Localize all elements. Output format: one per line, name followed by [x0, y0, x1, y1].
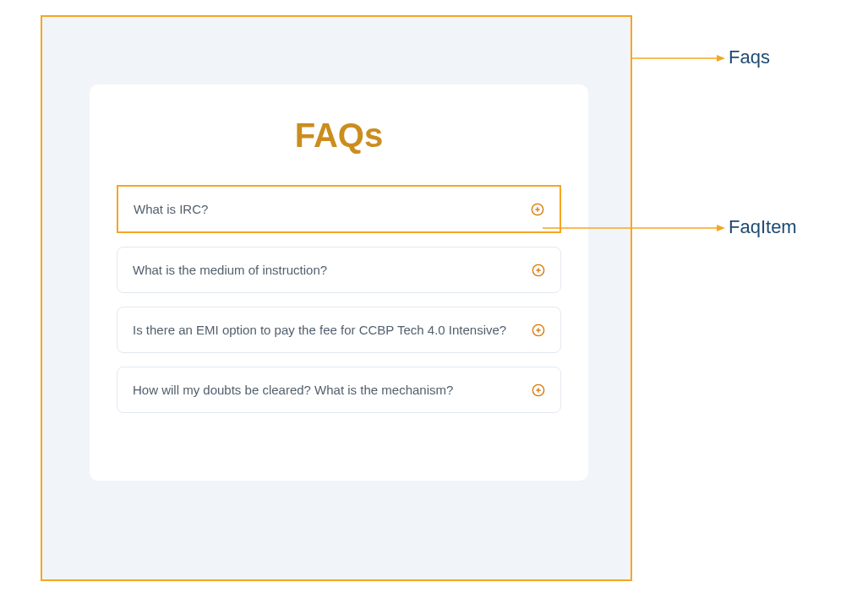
- svg-marker-15: [717, 225, 725, 231]
- faq-item[interactable]: Is there an EMI option to pay the fee fo…: [117, 307, 561, 353]
- label-faqitem: FaqItem: [729, 216, 797, 238]
- plus-circle-icon[interactable]: [532, 383, 545, 397]
- svg-marker-13: [717, 55, 725, 62]
- faq-question: What is IRC?: [134, 200, 531, 218]
- plus-circle-icon[interactable]: [532, 264, 545, 277]
- plus-circle-icon[interactable]: [532, 323, 545, 337]
- faqs-component-outline: FAQs What is IRC? What is the medium of …: [41, 15, 632, 581]
- faqs-card: FAQs What is IRC? What is the medium of …: [90, 84, 588, 481]
- faq-list: What is IRC? What is the medium of instr…: [117, 185, 561, 413]
- faq-item[interactable]: How will my doubts be cleared? What is t…: [117, 367, 561, 413]
- faq-item[interactable]: What is the medium of instruction?: [117, 247, 561, 293]
- faq-question: What is the medium of instruction?: [133, 261, 532, 279]
- label-faqs: Faqs: [729, 46, 770, 68]
- faq-question: How will my doubts be cleared? What is t…: [133, 381, 532, 399]
- faq-item[interactable]: What is IRC?: [117, 185, 561, 233]
- faqs-title: FAQs: [117, 117, 561, 155]
- plus-circle-icon[interactable]: [531, 203, 544, 216]
- arrow-to-faqs: [632, 54, 725, 63]
- arrow-to-faqitem: [543, 224, 725, 232]
- faq-question: Is there an EMI option to pay the fee fo…: [133, 321, 532, 339]
